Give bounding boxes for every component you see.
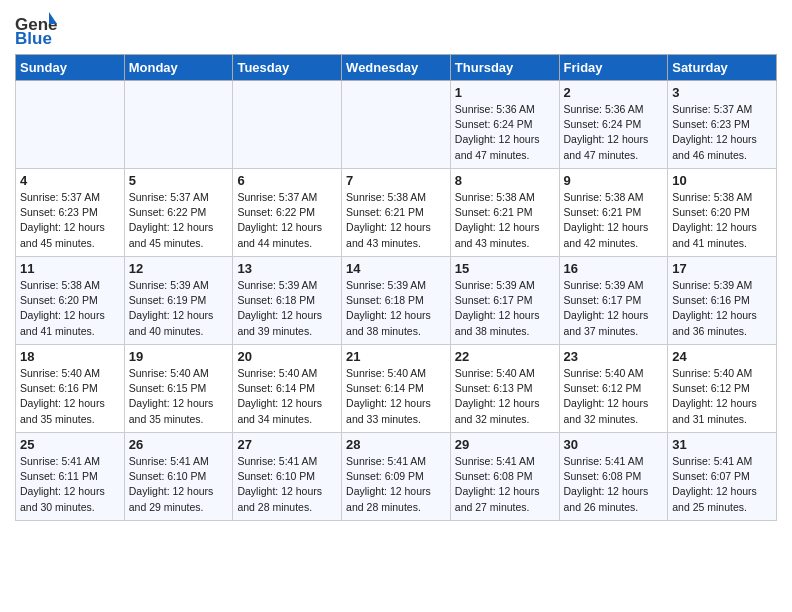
day-info: Sunrise: 5:41 AM Sunset: 6:07 PM Dayligh…: [672, 454, 772, 515]
day-info: Sunrise: 5:39 AM Sunset: 6:18 PM Dayligh…: [346, 278, 446, 339]
day-number: 10: [672, 173, 772, 188]
calendar-table: SundayMondayTuesdayWednesdayThursdayFrid…: [15, 54, 777, 521]
day-number: 16: [564, 261, 664, 276]
calendar-cell: [342, 81, 451, 169]
calendar-cell: 25Sunrise: 5:41 AM Sunset: 6:11 PM Dayli…: [16, 433, 125, 521]
day-number: 6: [237, 173, 337, 188]
day-number: 19: [129, 349, 229, 364]
day-info: Sunrise: 5:40 AM Sunset: 6:12 PM Dayligh…: [564, 366, 664, 427]
day-info: Sunrise: 5:40 AM Sunset: 6:12 PM Dayligh…: [672, 366, 772, 427]
day-number: 29: [455, 437, 555, 452]
calendar-cell: [233, 81, 342, 169]
day-number: 5: [129, 173, 229, 188]
day-number: 23: [564, 349, 664, 364]
calendar-body: 1Sunrise: 5:36 AM Sunset: 6:24 PM Daylig…: [16, 81, 777, 521]
day-number: 12: [129, 261, 229, 276]
day-info: Sunrise: 5:39 AM Sunset: 6:17 PM Dayligh…: [564, 278, 664, 339]
week-row-1: 1Sunrise: 5:36 AM Sunset: 6:24 PM Daylig…: [16, 81, 777, 169]
day-info: Sunrise: 5:40 AM Sunset: 6:16 PM Dayligh…: [20, 366, 120, 427]
calendar-cell: 27Sunrise: 5:41 AM Sunset: 6:10 PM Dayli…: [233, 433, 342, 521]
calendar-cell: 19Sunrise: 5:40 AM Sunset: 6:15 PM Dayli…: [124, 345, 233, 433]
day-number: 27: [237, 437, 337, 452]
logo: General Blue: [15, 10, 57, 46]
day-info: Sunrise: 5:41 AM Sunset: 6:10 PM Dayligh…: [237, 454, 337, 515]
calendar-cell: 6Sunrise: 5:37 AM Sunset: 6:22 PM Daylig…: [233, 169, 342, 257]
day-number: 2: [564, 85, 664, 100]
day-info: Sunrise: 5:36 AM Sunset: 6:24 PM Dayligh…: [455, 102, 555, 163]
day-number: 15: [455, 261, 555, 276]
day-number: 11: [20, 261, 120, 276]
calendar-cell: 2Sunrise: 5:36 AM Sunset: 6:24 PM Daylig…: [559, 81, 668, 169]
day-info: Sunrise: 5:37 AM Sunset: 6:22 PM Dayligh…: [237, 190, 337, 251]
day-number: 31: [672, 437, 772, 452]
day-number: 7: [346, 173, 446, 188]
calendar-cell: 9Sunrise: 5:38 AM Sunset: 6:21 PM Daylig…: [559, 169, 668, 257]
day-number: 25: [20, 437, 120, 452]
calendar-cell: 10Sunrise: 5:38 AM Sunset: 6:20 PM Dayli…: [668, 169, 777, 257]
logo-icon: General Blue: [15, 10, 57, 46]
calendar-cell: 20Sunrise: 5:40 AM Sunset: 6:14 PM Dayli…: [233, 345, 342, 433]
day-info: Sunrise: 5:38 AM Sunset: 6:20 PM Dayligh…: [672, 190, 772, 251]
calendar-cell: 23Sunrise: 5:40 AM Sunset: 6:12 PM Dayli…: [559, 345, 668, 433]
calendar-cell: 31Sunrise: 5:41 AM Sunset: 6:07 PM Dayli…: [668, 433, 777, 521]
day-number: 21: [346, 349, 446, 364]
day-number: 13: [237, 261, 337, 276]
week-row-5: 25Sunrise: 5:41 AM Sunset: 6:11 PM Dayli…: [16, 433, 777, 521]
day-header-saturday: Saturday: [668, 55, 777, 81]
calendar-cell: 4Sunrise: 5:37 AM Sunset: 6:23 PM Daylig…: [16, 169, 125, 257]
day-number: 20: [237, 349, 337, 364]
calendar-cell: 21Sunrise: 5:40 AM Sunset: 6:14 PM Dayli…: [342, 345, 451, 433]
week-row-3: 11Sunrise: 5:38 AM Sunset: 6:20 PM Dayli…: [16, 257, 777, 345]
calendar-cell: 15Sunrise: 5:39 AM Sunset: 6:17 PM Dayli…: [450, 257, 559, 345]
calendar-cell: [16, 81, 125, 169]
day-info: Sunrise: 5:38 AM Sunset: 6:21 PM Dayligh…: [455, 190, 555, 251]
day-number: 30: [564, 437, 664, 452]
calendar-cell: 24Sunrise: 5:40 AM Sunset: 6:12 PM Dayli…: [668, 345, 777, 433]
calendar-cell: 11Sunrise: 5:38 AM Sunset: 6:20 PM Dayli…: [16, 257, 125, 345]
week-row-2: 4Sunrise: 5:37 AM Sunset: 6:23 PM Daylig…: [16, 169, 777, 257]
day-number: 18: [20, 349, 120, 364]
day-number: 4: [20, 173, 120, 188]
day-info: Sunrise: 5:39 AM Sunset: 6:17 PM Dayligh…: [455, 278, 555, 339]
day-header-tuesday: Tuesday: [233, 55, 342, 81]
day-info: Sunrise: 5:38 AM Sunset: 6:21 PM Dayligh…: [564, 190, 664, 251]
calendar-cell: 3Sunrise: 5:37 AM Sunset: 6:23 PM Daylig…: [668, 81, 777, 169]
day-info: Sunrise: 5:39 AM Sunset: 6:19 PM Dayligh…: [129, 278, 229, 339]
calendar-cell: 29Sunrise: 5:41 AM Sunset: 6:08 PM Dayli…: [450, 433, 559, 521]
calendar-cell: [124, 81, 233, 169]
day-info: Sunrise: 5:41 AM Sunset: 6:08 PM Dayligh…: [455, 454, 555, 515]
calendar-cell: 7Sunrise: 5:38 AM Sunset: 6:21 PM Daylig…: [342, 169, 451, 257]
day-info: Sunrise: 5:37 AM Sunset: 6:23 PM Dayligh…: [672, 102, 772, 163]
calendar-cell: 8Sunrise: 5:38 AM Sunset: 6:21 PM Daylig…: [450, 169, 559, 257]
calendar-cell: 5Sunrise: 5:37 AM Sunset: 6:22 PM Daylig…: [124, 169, 233, 257]
day-info: Sunrise: 5:37 AM Sunset: 6:23 PM Dayligh…: [20, 190, 120, 251]
day-info: Sunrise: 5:41 AM Sunset: 6:11 PM Dayligh…: [20, 454, 120, 515]
day-number: 14: [346, 261, 446, 276]
day-number: 8: [455, 173, 555, 188]
day-header-thursday: Thursday: [450, 55, 559, 81]
day-info: Sunrise: 5:40 AM Sunset: 6:14 PM Dayligh…: [346, 366, 446, 427]
calendar-cell: 22Sunrise: 5:40 AM Sunset: 6:13 PM Dayli…: [450, 345, 559, 433]
calendar-cell: 30Sunrise: 5:41 AM Sunset: 6:08 PM Dayli…: [559, 433, 668, 521]
day-number: 17: [672, 261, 772, 276]
calendar-cell: 18Sunrise: 5:40 AM Sunset: 6:16 PM Dayli…: [16, 345, 125, 433]
svg-text:Blue: Blue: [15, 29, 52, 46]
calendar-cell: 1Sunrise: 5:36 AM Sunset: 6:24 PM Daylig…: [450, 81, 559, 169]
day-info: Sunrise: 5:39 AM Sunset: 6:18 PM Dayligh…: [237, 278, 337, 339]
day-info: Sunrise: 5:41 AM Sunset: 6:08 PM Dayligh…: [564, 454, 664, 515]
day-info: Sunrise: 5:36 AM Sunset: 6:24 PM Dayligh…: [564, 102, 664, 163]
day-header-sunday: Sunday: [16, 55, 125, 81]
day-number: 28: [346, 437, 446, 452]
day-header-friday: Friday: [559, 55, 668, 81]
day-number: 24: [672, 349, 772, 364]
calendar-header-row: SundayMondayTuesdayWednesdayThursdayFrid…: [16, 55, 777, 81]
calendar-cell: 12Sunrise: 5:39 AM Sunset: 6:19 PM Dayli…: [124, 257, 233, 345]
week-row-4: 18Sunrise: 5:40 AM Sunset: 6:16 PM Dayli…: [16, 345, 777, 433]
day-number: 9: [564, 173, 664, 188]
day-info: Sunrise: 5:38 AM Sunset: 6:21 PM Dayligh…: [346, 190, 446, 251]
day-info: Sunrise: 5:40 AM Sunset: 6:13 PM Dayligh…: [455, 366, 555, 427]
day-header-monday: Monday: [124, 55, 233, 81]
calendar-cell: 26Sunrise: 5:41 AM Sunset: 6:10 PM Dayli…: [124, 433, 233, 521]
calendar-cell: 13Sunrise: 5:39 AM Sunset: 6:18 PM Dayli…: [233, 257, 342, 345]
calendar-cell: 16Sunrise: 5:39 AM Sunset: 6:17 PM Dayli…: [559, 257, 668, 345]
